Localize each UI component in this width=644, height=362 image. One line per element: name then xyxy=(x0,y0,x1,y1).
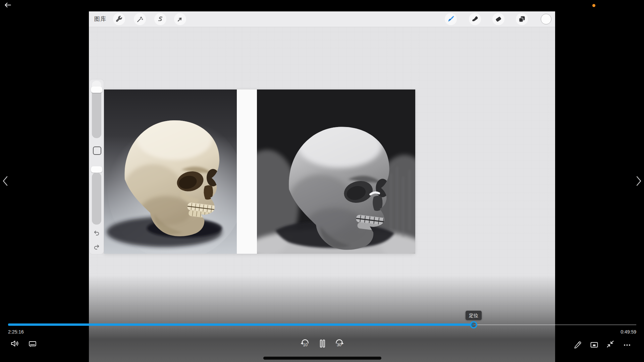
chevron-left-icon xyxy=(1,174,10,188)
danmaku-button[interactable] xyxy=(28,340,37,348)
pause-icon xyxy=(317,339,327,349)
video-surface[interactable]: 图库 xyxy=(89,11,555,362)
layers-button[interactable] xyxy=(516,13,528,25)
brush-size-handle[interactable] xyxy=(91,86,102,93)
svg-text:30: 30 xyxy=(337,343,341,347)
more-icon xyxy=(623,341,632,350)
eraser-tool-button[interactable] xyxy=(492,13,504,25)
pause-button[interactable] xyxy=(317,339,327,349)
current-time: 2:25:16 xyxy=(8,329,24,335)
player-gradient-shade xyxy=(89,275,555,362)
transform-button[interactable] xyxy=(174,13,186,25)
prev-button[interactable] xyxy=(1,174,10,188)
progress-scrubber[interactable] xyxy=(470,321,477,328)
skull-reference-photo xyxy=(104,89,237,254)
undo-button[interactable] xyxy=(93,229,100,237)
exit-fullscreen-button[interactable] xyxy=(606,340,615,349)
back-button[interactable] xyxy=(3,1,12,9)
more-button[interactable] xyxy=(623,341,632,350)
skip-forward-30-icon: 30 xyxy=(334,338,344,349)
wrench-icon xyxy=(115,15,123,23)
brush-tool-button[interactable] xyxy=(445,13,457,25)
redo-icon xyxy=(93,243,100,251)
skip-back-10-icon: 10 xyxy=(300,338,310,349)
opacity-slider[interactable] xyxy=(92,173,101,225)
screen: 图库 xyxy=(0,0,644,362)
notes-pencil-button[interactable] xyxy=(573,340,582,349)
redo-button[interactable] xyxy=(93,243,100,251)
gallery-button[interactable]: 图库 xyxy=(94,11,106,27)
eraser-icon xyxy=(494,15,502,23)
exit-fullscreen-icon xyxy=(606,340,615,349)
next-button[interactable] xyxy=(634,174,643,188)
pip-icon xyxy=(590,340,599,349)
danmaku-chat-icon xyxy=(28,340,37,348)
color-swatch[interactable] xyxy=(541,14,551,24)
opacity-handle[interactable] xyxy=(91,166,102,173)
skull-painting xyxy=(257,89,415,254)
remaining-time: 0:49:59 xyxy=(621,329,636,335)
canvas-artboard xyxy=(104,89,415,254)
chevron-right-icon xyxy=(634,174,643,188)
adjustments-button[interactable] xyxy=(134,13,146,25)
selection-s-icon xyxy=(157,15,164,23)
actions-button[interactable] xyxy=(113,13,125,25)
pip-button[interactable] xyxy=(590,340,599,349)
layers-icon xyxy=(518,15,526,23)
magic-wand-icon xyxy=(136,15,144,23)
seek-tooltip: 定位 xyxy=(466,311,482,320)
smudge-tool-button[interactable] xyxy=(469,13,481,25)
smudge-icon xyxy=(471,15,479,23)
arrow-left-icon xyxy=(3,1,12,9)
svg-text:10: 10 xyxy=(303,343,308,347)
skip-back-button[interactable]: 10 xyxy=(300,338,310,349)
selection-button[interactable] xyxy=(154,13,166,25)
volume-button[interactable] xyxy=(10,339,19,348)
transform-arrow-icon xyxy=(176,15,184,23)
progress-fill xyxy=(8,323,474,326)
brush-icon xyxy=(447,15,455,23)
procreate-sidebar xyxy=(90,79,104,254)
procreate-toolbar: 图库 xyxy=(89,11,555,27)
record-indicator-dot xyxy=(592,4,595,7)
pencil-icon xyxy=(573,340,582,349)
modify-button[interactable] xyxy=(93,146,101,155)
skip-forward-button[interactable]: 30 xyxy=(334,338,344,349)
home-indicator xyxy=(263,357,381,360)
volume-icon xyxy=(10,339,19,348)
undo-icon xyxy=(93,229,100,237)
